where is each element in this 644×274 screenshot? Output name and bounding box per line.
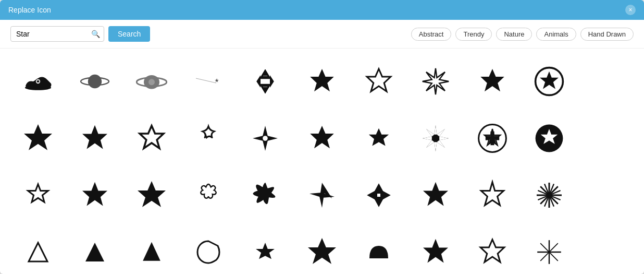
svg-marker-23 — [423, 68, 449, 94]
icon-cell[interactable] — [408, 111, 463, 165]
icon-cell[interactable] — [67, 54, 122, 109]
svg-marker-59 — [380, 189, 391, 201]
icon-cell[interactable] — [408, 168, 463, 222]
icon-cell[interactable] — [238, 54, 292, 109]
svg-marker-17 — [270, 75, 274, 88]
svg-marker-28 — [82, 125, 107, 149]
icon-cell[interactable] — [124, 168, 179, 222]
svg-marker-60 — [423, 182, 448, 206]
icon-cell[interactable] — [522, 168, 577, 222]
svg-marker-76 — [480, 240, 504, 262]
icon-cell[interactable] — [352, 54, 406, 109]
icon-cell[interactable] — [181, 111, 236, 165]
svg-marker-54 — [309, 183, 335, 208]
icon-cell[interactable] — [465, 111, 520, 165]
svg-marker-40 — [426, 140, 435, 147]
svg-marker-29 — [140, 126, 164, 148]
svg-marker-52 — [82, 182, 107, 206]
svg-marker-39 — [435, 142, 437, 151]
icon-cell[interactable] — [124, 224, 179, 274]
icon-cell[interactable] — [181, 224, 236, 274]
dialog-title: Replace Icon — [8, 6, 51, 14]
svg-marker-53 — [138, 181, 166, 207]
icon-cell[interactable] — [352, 168, 406, 222]
icon-cell[interactable] — [294, 224, 349, 274]
icon-cell[interactable] — [522, 54, 577, 109]
icon-cell[interactable] — [124, 111, 179, 165]
svg-marker-36 — [437, 129, 445, 136]
icon-cell[interactable] — [465, 168, 520, 222]
svg-marker-71 — [85, 243, 104, 261]
svg-marker-21 — [310, 69, 334, 91]
svg-marker-51 — [28, 184, 47, 202]
category-tag-abstract[interactable]: Abstract — [411, 28, 452, 41]
icon-cell[interactable] — [10, 54, 65, 109]
icon-cell[interactable] — [522, 224, 577, 274]
close-button[interactable]: × — [625, 5, 636, 15]
svg-marker-61 — [481, 182, 504, 205]
icon-cell[interactable] — [579, 168, 634, 222]
svg-marker-9 — [215, 78, 219, 82]
svg-point-31 — [263, 136, 268, 141]
icon-cell[interactable] — [67, 224, 122, 274]
svg-marker-27 — [24, 124, 52, 150]
svg-point-0 — [24, 85, 51, 90]
svg-marker-73 — [256, 243, 275, 259]
icon-cell[interactable] — [294, 168, 349, 222]
icon-cell[interactable] — [352, 111, 406, 165]
icon-cell[interactable] — [522, 111, 577, 165]
svg-marker-24 — [480, 69, 504, 91]
icon-cell[interactable] — [238, 224, 292, 274]
search-button[interactable]: Search — [108, 26, 150, 42]
search-input[interactable] — [10, 26, 104, 42]
icon-cell[interactable] — [579, 224, 634, 274]
category-tag-nature[interactable]: Nature — [496, 28, 532, 41]
svg-marker-70 — [29, 243, 47, 261]
icon-cell[interactable] — [67, 168, 122, 222]
icon-cell[interactable] — [465, 54, 520, 109]
icon-cell[interactable] — [238, 111, 292, 165]
svg-marker-16 — [256, 75, 261, 88]
dialog-header: Replace Icon × — [0, 0, 644, 20]
icon-cell[interactable] — [124, 54, 179, 109]
category-tag-animals[interactable]: Animals — [536, 28, 576, 41]
svg-line-8 — [196, 78, 216, 83]
svg-marker-42 — [426, 129, 435, 136]
search-area: 🔍 Search — [10, 26, 150, 42]
icon-cell[interactable] — [408, 54, 463, 109]
category-tag-trendy[interactable]: Trendy — [455, 28, 492, 41]
icon-cell[interactable] — [352, 224, 406, 274]
icon-cell[interactable] — [238, 168, 292, 222]
icon-cell[interactable] — [465, 224, 520, 274]
svg-marker-32 — [310, 126, 334, 148]
icon-cell[interactable] — [408, 224, 463, 274]
icon-cell[interactable] — [579, 54, 634, 109]
icon-cell[interactable] — [294, 54, 349, 109]
icon-cell[interactable] — [10, 111, 65, 165]
content-area — [0, 49, 644, 274]
svg-marker-26 — [540, 71, 559, 89]
svg-marker-72 — [143, 242, 160, 261]
replace-icon-dialog: Replace Icon × 🔍 Search AbstractTrendyNa… — [0, 0, 644, 274]
svg-marker-37 — [439, 136, 449, 140]
svg-marker-58 — [367, 189, 377, 201]
icon-cell[interactable] — [181, 54, 236, 109]
svg-marker-75 — [423, 239, 448, 263]
icon-cell[interactable] — [579, 111, 634, 165]
svg-point-3 — [88, 74, 101, 88]
icon-cell[interactable] — [181, 168, 236, 222]
svg-marker-74 — [308, 238, 336, 264]
icon-cell[interactable] — [294, 111, 349, 165]
svg-marker-35 — [435, 125, 437, 134]
svg-marker-22 — [367, 69, 391, 91]
category-tag-hand-drawn[interactable]: Hand Drawn — [580, 28, 634, 41]
icon-cell[interactable] — [10, 224, 65, 274]
category-tags: AbstractTrendyNatureAnimalsHand Drawn — [411, 28, 634, 41]
svg-marker-38 — [437, 140, 445, 147]
toolbar: 🔍 Search AbstractTrendyNatureAnimalsHand… — [0, 20, 644, 49]
svg-marker-41 — [423, 136, 432, 140]
icons-grid — [0, 49, 644, 274]
icon-cell[interactable] — [67, 111, 122, 165]
search-input-wrapper: 🔍 — [10, 26, 104, 42]
icon-cell[interactable] — [10, 168, 65, 222]
